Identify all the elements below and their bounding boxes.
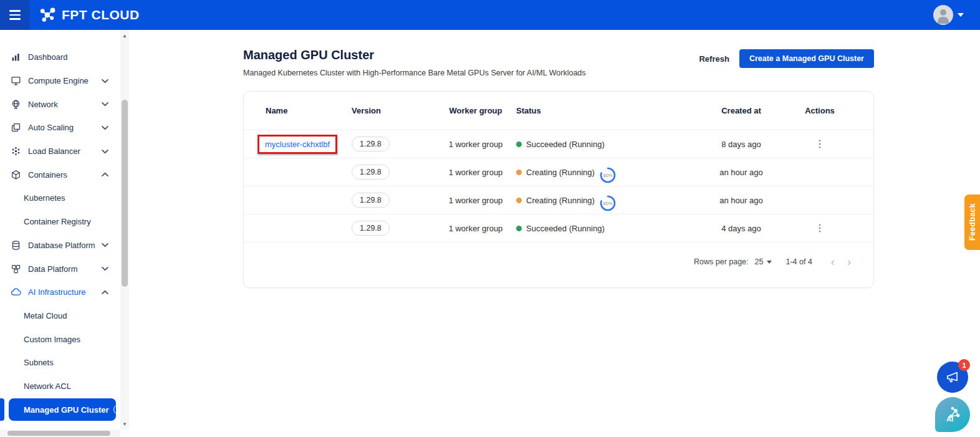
- fpt-cloud-logo[interactable]: FPT CLOUD: [39, 6, 140, 24]
- rows-per-page-label: Rows per page:: [694, 257, 749, 266]
- refresh-button[interactable]: Refresh: [699, 54, 729, 64]
- chevron-up-icon: [102, 173, 108, 177]
- molecule-icon: [39, 6, 57, 24]
- table-row: mycluster-ckhxtlbf 1.29.8 1 worker group…: [244, 130, 873, 158]
- table-row: 1.29.8 1 worker group Succeeded (Running…: [244, 214, 873, 243]
- active-indicator: [0, 398, 4, 421]
- account-menu[interactable]: [933, 5, 964, 25]
- sidebar-item-data-platform[interactable]: Data Platform: [0, 257, 118, 281]
- svg-text:AI: AI: [946, 415, 953, 423]
- pagination-range: 1-4 of 4: [785, 257, 812, 266]
- version-chip: 1.29.8: [352, 137, 390, 151]
- cell-actions: ⋮: [791, 222, 848, 234]
- column-header-version: Version: [352, 106, 435, 115]
- status-dot-icon: [516, 198, 522, 203]
- sidebar-item-load-balancer[interactable]: Load Balancer: [0, 140, 118, 163]
- sidebar-item-database-platform[interactable]: Database Platform: [0, 234, 118, 257]
- status-dot-icon: [516, 226, 522, 231]
- table-row: 1.29.8 1 worker group Creating (Running)…: [244, 186, 873, 214]
- cell-created-at: an hour ago: [691, 196, 791, 205]
- sidebar-item-label: Metal Cloud: [24, 311, 67, 320]
- version-chip: 1.29.8: [352, 165, 390, 180]
- sidebar-item-kubernetes[interactable]: Kubernetes: [0, 186, 118, 210]
- column-header-worker-group: Worker group: [435, 106, 516, 115]
- sidebar: DashboardCompute EngineNetworkAuto Scali…: [0, 30, 118, 437]
- avatar: [933, 5, 953, 25]
- column-header-actions: Actions: [791, 106, 848, 115]
- beta-badge: beta: [113, 405, 116, 415]
- kebab-menu-icon[interactable]: ⋮: [811, 138, 829, 150]
- stack-icon: [10, 122, 21, 133]
- feedback-tab[interactable]: Feedback: [964, 194, 980, 250]
- chevron-down-icon: [102, 149, 108, 153]
- create-cluster-button[interactable]: Create a Managed GPU Cluster: [739, 49, 874, 68]
- cell-version: 1.29.8: [352, 221, 435, 236]
- sidebar-item-label: Load Balancer: [28, 146, 80, 156]
- previous-page-button[interactable]: ‹: [826, 255, 840, 269]
- cell-name: mycluster-ckhxtlbf: [266, 135, 352, 154]
- sidebar-item-network[interactable]: Network: [0, 92, 118, 116]
- cell-status: Succeeded (Running): [516, 224, 691, 233]
- scroll-up-icon[interactable]: ▲: [120, 31, 129, 40]
- sidebar-item-network-acl[interactable]: Network ACL: [0, 375, 118, 398]
- sidebar-item-container-registry[interactable]: Container Registry: [0, 210, 118, 234]
- chevron-down-icon: [958, 13, 964, 17]
- cell-status: Creating (Running) 80%: [516, 163, 691, 181]
- cell-version: 1.29.8: [352, 165, 435, 180]
- table-row: 1.29.8 1 worker group Creating (Running)…: [244, 158, 873, 186]
- ai-assistant-button[interactable]: AI: [935, 397, 970, 432]
- sidebar-item-metal-cloud[interactable]: Metal Cloud: [0, 304, 118, 328]
- sidebar-item-custom-images[interactable]: Custom Images: [0, 327, 118, 351]
- version-chip: 1.29.8: [352, 221, 390, 236]
- cell-status: Succeeded (Running): [516, 140, 691, 149]
- sidebar-vertical-scrollbar[interactable]: ▲ ▼: [120, 30, 129, 430]
- sidebar-item-containers[interactable]: Containers: [0, 163, 118, 186]
- sidebar-item-auto-scaling[interactable]: Auto Scaling: [0, 116, 118, 140]
- svg-text:80%: 80%: [603, 173, 612, 178]
- cell-worker-group: 1 worker group: [435, 224, 516, 233]
- kebab-menu-icon[interactable]: ⋮: [811, 222, 829, 234]
- feedback-label: Feedback: [968, 203, 977, 241]
- cluster-name-link[interactable]: mycluster-ckhxtlbf: [265, 140, 330, 149]
- cell-version: 1.29.8: [352, 137, 435, 151]
- app-window: FPT CLOUD DashboardCompute EngineNetwork…: [0, 0, 980, 437]
- sidebar-item-label: AI Infrastructure: [28, 287, 85, 297]
- sidebar-item-label: Database Platform: [28, 241, 95, 250]
- sidebar-item-dashboard[interactable]: Dashboard: [0, 46, 118, 69]
- sidebar-item-label: Managed GPU Cluster: [24, 405, 109, 415]
- sidebar-item-managed-gpu-cluster[interactable]: Managed GPU Cluster beta: [0, 398, 118, 421]
- column-header-created-at: Created at: [691, 106, 791, 115]
- sidebar-item-compute-engine[interactable]: Compute Engine: [0, 69, 118, 93]
- cell-actions: ⋮: [791, 138, 848, 150]
- scrollbar-thumb[interactable]: [122, 100, 128, 287]
- progress-ring: 80%: [598, 166, 617, 185]
- sidebar-item-ai-infrastructure[interactable]: AI Infrastructure: [0, 281, 118, 304]
- cell-created-at: 4 days ago: [691, 224, 791, 233]
- version-chip: 1.29.8: [352, 193, 390, 208]
- sidebar-item-label: Dashboard: [28, 52, 68, 62]
- sidebar-item-label: Network: [28, 100, 58, 109]
- scroll-down-icon[interactable]: ▼: [120, 420, 129, 428]
- menu-icon[interactable]: [0, 0, 30, 30]
- announcements-button[interactable]: 1: [937, 362, 968, 393]
- chevron-down-icon: [767, 261, 772, 264]
- sidebar-item-label: Compute Engine: [28, 76, 89, 85]
- cell-version: 1.29.8: [352, 193, 435, 208]
- sidebar-item-label: Custom Images: [24, 335, 80, 344]
- database-icon: [10, 239, 21, 251]
- main-content: Managed GPU Cluster Managed Kubernetes C…: [129, 30, 980, 437]
- globe-icon: [10, 98, 21, 110]
- next-page-button[interactable]: ›: [842, 255, 856, 269]
- status-dot-icon: [516, 142, 522, 147]
- sidebar-horizontal-scrollbar[interactable]: [0, 430, 120, 437]
- scrollbar-thumb-horizontal[interactable]: [7, 431, 110, 436]
- sidebar-item-label: Data Platform: [28, 264, 77, 274]
- sidebar-item-label: Container Registry: [24, 217, 91, 226]
- cell-created-at: 8 days ago: [691, 140, 791, 149]
- rows-per-page-select[interactable]: 25: [755, 257, 772, 266]
- brand-text: FPT CLOUD: [62, 7, 140, 22]
- cloud-icon: [10, 287, 21, 298]
- column-header-name: Name: [266, 106, 352, 115]
- sidebar-item-subnets[interactable]: Subnets: [0, 351, 118, 375]
- chevron-down-icon: [102, 102, 108, 107]
